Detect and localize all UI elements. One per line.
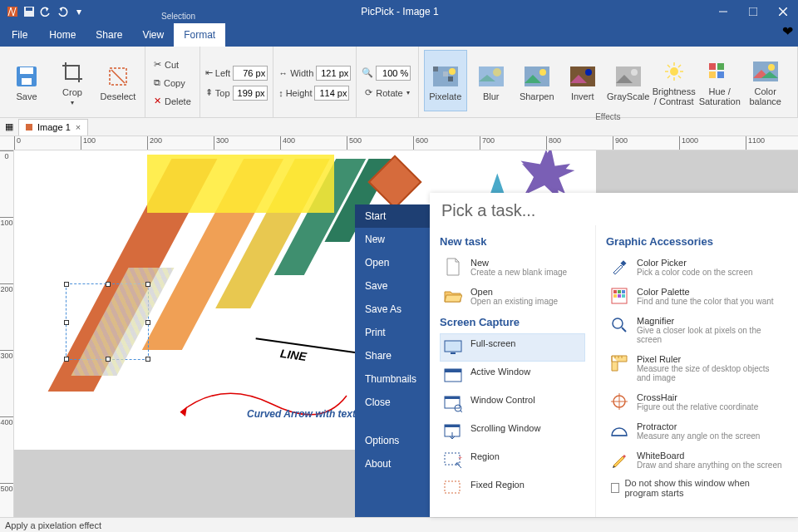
- cut-button[interactable]: ✂Cut: [150, 56, 195, 74]
- menu-saveas[interactable]: Save As: [355, 298, 430, 321]
- svg-line-66: [622, 328, 626, 332]
- task-color-picker[interactable]: Color PickerPick a color code on the scr…: [606, 253, 788, 282]
- monitor-icon: [444, 338, 462, 357]
- menu-new[interactable]: New: [355, 228, 430, 251]
- color-balance-button[interactable]: Color balance: [744, 50, 787, 111]
- deselect-button[interactable]: Deselect: [96, 50, 140, 111]
- heart-icon[interactable]: ❤: [782, 23, 793, 39]
- titlebar: ▾ PicPick - Image 1: [0, 0, 798, 23]
- horizontal-ruler: 0 100 200 300 400 500 600 700 800 900 10…: [0, 136, 798, 150]
- svg-rect-9: [22, 78, 32, 85]
- menu-close[interactable]: Close: [355, 391, 430, 414]
- close-button[interactable]: [768, 0, 798, 23]
- redo-icon[interactable]: [57, 6, 68, 17]
- hue-saturation-button[interactable]: Hue / Saturation: [698, 50, 741, 111]
- menu-start[interactable]: Start: [355, 204, 430, 228]
- crop-button[interactable]: Crop▾: [51, 50, 94, 111]
- task-open[interactable]: OpenOpen an existing image: [440, 282, 585, 311]
- menu-save[interactable]: Save: [355, 274, 430, 298]
- magnifier-icon: [610, 316, 628, 334]
- svg-line-11: [111, 70, 125, 83]
- file-tab[interactable]: File: [0, 23, 39, 47]
- height-input[interactable]: [314, 86, 349, 101]
- tab-format[interactable]: Format: [174, 23, 225, 47]
- svg-rect-2: [26, 7, 32, 11]
- svg-rect-56: [445, 481, 460, 493]
- grayscale-button[interactable]: GrayScale: [607, 50, 650, 111]
- ribbon-tabs: Selection File Home Share View Format: [0, 23, 798, 47]
- line-text: LINE: [279, 347, 308, 363]
- statusbar: Apply a pixelation effect: [0, 517, 798, 532]
- svg-line-33: [667, 76, 670, 78]
- top-input[interactable]: [233, 86, 268, 101]
- width-input[interactable]: [316, 66, 351, 81]
- svg-point-65: [613, 318, 623, 328]
- menu-thumbnails[interactable]: Thumbnails: [355, 367, 430, 391]
- copy-button[interactable]: ⧉Copy: [150, 74, 195, 92]
- pixelate-button[interactable]: Pixelate: [424, 50, 467, 111]
- svg-rect-15: [448, 76, 453, 81]
- task-region[interactable]: + Region: [440, 446, 585, 475]
- svg-point-24: [631, 69, 638, 76]
- task-pixel-ruler[interactable]: Pixel RulerMeasure the size of desktop o…: [606, 349, 788, 387]
- svg-rect-21: [570, 66, 595, 86]
- svg-rect-35: [717, 63, 724, 70]
- invert-button[interactable]: Invert: [561, 50, 604, 111]
- zoom-input[interactable]: [376, 66, 411, 81]
- left-input[interactable]: [233, 66, 268, 81]
- tab-home[interactable]: Home: [39, 23, 86, 47]
- task-fullscreen[interactable]: Full-screen: [440, 333, 585, 362]
- svg-rect-34: [709, 63, 716, 70]
- document-tab[interactable]: Image 1 ×: [18, 119, 88, 135]
- tab-share[interactable]: Share: [86, 23, 132, 47]
- context-tab-label: Selection: [161, 12, 195, 21]
- ribbon: Save Crop▾ Deselect ✂Cut ⧉Copy ✕Delete ⇤…: [0, 47, 798, 118]
- qat-dropdown-icon[interactable]: ▾: [73, 6, 85, 17]
- task-magnifier[interactable]: MagnifierGive a closer look at pixels on…: [606, 311, 788, 349]
- save-button[interactable]: Save: [5, 50, 48, 111]
- task-color-palette[interactable]: Color PaletteFind and tune the color tha…: [606, 282, 788, 311]
- undo-icon[interactable]: [40, 6, 52, 17]
- task-protractor[interactable]: ProtractorMeasure any angle on the scree…: [606, 416, 788, 446]
- menu-share[interactable]: Share: [355, 344, 430, 367]
- tab-grid-icon[interactable]: ▦: [0, 121, 18, 132]
- svg-rect-63: [618, 294, 621, 298]
- task-scrolling-window[interactable]: Scrolling Window: [440, 418, 585, 446]
- tab-view[interactable]: View: [132, 23, 174, 47]
- svg-marker-43: [180, 406, 187, 416]
- ruler-icon: [610, 354, 628, 372]
- menu-options[interactable]: Options: [355, 429, 430, 452]
- fixed-region-icon: [444, 480, 462, 498]
- task-whiteboard[interactable]: WhiteBoardDraw and share anything on the…: [606, 446, 788, 475]
- file-icon: [444, 258, 462, 276]
- task-panel-header: Pick a task...: [430, 193, 798, 225]
- svg-rect-47: [445, 369, 461, 372]
- minimize-button[interactable]: [708, 0, 738, 23]
- menu-open[interactable]: Open: [355, 251, 430, 274]
- selection-box[interactable]: [66, 283, 149, 360]
- svg-rect-36: [709, 71, 716, 78]
- blur-button[interactable]: Blur: [470, 50, 513, 111]
- task-window-control[interactable]: Window Control: [440, 390, 585, 418]
- document-color-icon: [26, 124, 32, 131]
- delete-button[interactable]: ✕Delete: [150, 92, 195, 111]
- task-active-window[interactable]: Active Window: [440, 362, 585, 390]
- save-icon[interactable]: [23, 6, 35, 17]
- dont-show-checkbox[interactable]: Do not show this window when program sta…: [606, 475, 788, 501]
- app-logo-icon: [7, 6, 18, 17]
- task-new[interactable]: NewCreate a new blank image: [440, 253, 585, 282]
- width-icon: ↔: [278, 68, 288, 78]
- svg-point-20: [539, 69, 546, 76]
- rotate-button[interactable]: ⟳Rotate▾: [362, 84, 412, 102]
- height-icon: ↕: [278, 88, 283, 98]
- pencil-icon: [610, 451, 628, 469]
- task-fixed-region[interactable]: Fixed Region: [440, 475, 585, 503]
- menu-print[interactable]: Print: [355, 321, 430, 344]
- brightness-button[interactable]: Brightness / Contrast: [653, 50, 696, 111]
- menu-about[interactable]: About: [355, 452, 430, 475]
- close-tab-icon[interactable]: ×: [76, 122, 81, 132]
- maximize-button[interactable]: [738, 0, 768, 23]
- effects-group-label: Effects: [424, 111, 792, 121]
- task-crosshair[interactable]: CrossHairFigure out the relative coordin…: [606, 387, 788, 416]
- sharpen-button[interactable]: Sharpen: [515, 50, 559, 111]
